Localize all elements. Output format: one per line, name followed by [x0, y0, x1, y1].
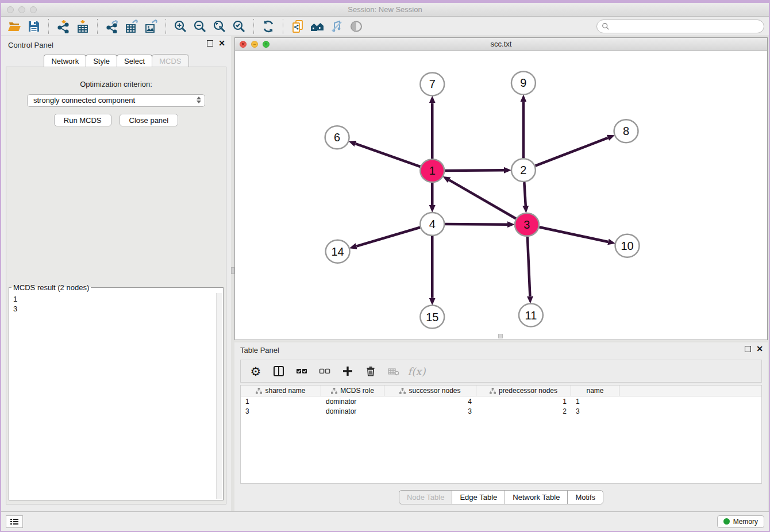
- run-mcds-button[interactable]: Run MCDS: [54, 114, 111, 126]
- float-panel-icon[interactable]: [207, 40, 213, 47]
- open-session-button[interactable]: [6, 18, 23, 34]
- tab-node-table[interactable]: Node Table: [399, 490, 453, 504]
- network-graph[interactable]: 7968124314101511: [235, 51, 767, 340]
- eye-button[interactable]: [348, 18, 365, 34]
- graph-edge[interactable]: [528, 237, 530, 296]
- export-network-button[interactable]: [103, 18, 121, 34]
- tab-motifs[interactable]: Motifs: [567, 490, 603, 504]
- function-builder-button[interactable]: f(x): [410, 364, 424, 378]
- show-columns-button[interactable]: [272, 364, 286, 378]
- graph-edge[interactable]: [356, 228, 420, 246]
- result-scrollbar[interactable]: [216, 293, 222, 499]
- delete-table-button[interactable]: [387, 364, 401, 378]
- graph-edge[interactable]: [356, 144, 421, 167]
- network-canvas[interactable]: 7968124314101511: [235, 51, 767, 340]
- zoom-window-button[interactable]: [30, 6, 37, 13]
- save-session-button[interactable]: [25, 18, 43, 34]
- close-view-button[interactable]: ✕: [240, 41, 247, 48]
- deselect-all-icon: [319, 365, 330, 377]
- cell-shared-name[interactable]: 3: [241, 407, 321, 415]
- cell-name[interactable]: 1: [571, 398, 619, 406]
- control-panel-title: Control Panel: [8, 41, 53, 49]
- minimize-window-button[interactable]: [18, 6, 25, 13]
- graph-edge[interactable]: [445, 224, 507, 225]
- hide-annotations-button[interactable]: [328, 18, 345, 34]
- cell-successor-nodes[interactable]: 4: [384, 398, 476, 406]
- task-history-button[interactable]: [6, 515, 23, 528]
- home-icon: [310, 20, 324, 33]
- graph-node-label: 11: [525, 309, 537, 322]
- zoom-fit-button[interactable]: [211, 18, 228, 34]
- table-toolbar: ⚙ f(x): [240, 360, 762, 383]
- graph-edge[interactable]: [539, 227, 608, 242]
- zoom-out-button[interactable]: [191, 18, 209, 34]
- cell-mcds-role[interactable]: dominator: [321, 407, 384, 415]
- maximize-view-button[interactable]: +: [263, 41, 270, 48]
- cell-predecessor-nodes[interactable]: 2: [476, 407, 571, 415]
- close-panel-button[interactable]: Close panel: [120, 114, 179, 126]
- tab-network[interactable]: Network: [44, 55, 86, 67]
- network-window-titlebar: ✕ − + scc.txt: [235, 38, 767, 51]
- column-header-name[interactable]: name: [571, 385, 619, 396]
- deselect-all-button[interactable]: [318, 364, 332, 378]
- tab-edge-table[interactable]: Edge Table: [452, 490, 505, 504]
- close-panel-icon[interactable]: ✕: [218, 40, 225, 47]
- save-icon: [27, 20, 41, 33]
- cell-name[interactable]: 3: [571, 407, 619, 415]
- cell-successor-nodes[interactable]: 3: [384, 407, 476, 415]
- criterion-value: strongly connected component: [33, 96, 135, 105]
- export-network-icon: [105, 20, 119, 33]
- add-column-button[interactable]: [341, 364, 355, 378]
- import-network-button[interactable]: [55, 18, 72, 34]
- table-settings-button[interactable]: ⚙: [249, 364, 263, 378]
- import-table-button[interactable]: [74, 18, 91, 34]
- tab-style[interactable]: Style: [86, 55, 117, 67]
- column-header-predecessor-nodes[interactable]: predecessor nodes: [476, 385, 571, 396]
- tab-network-table[interactable]: Network Table: [505, 490, 568, 504]
- copy-network-icon: [291, 20, 305, 33]
- cell-mcds-role[interactable]: dominator: [321, 398, 384, 406]
- column-header-successor-nodes[interactable]: successor nodes: [384, 385, 476, 396]
- minimize-view-button[interactable]: −: [251, 41, 258, 48]
- delete-button[interactable]: [364, 364, 378, 378]
- cell-shared-name[interactable]: 1: [241, 398, 321, 406]
- table-row[interactable]: 1 dominator 4 1 1: [241, 396, 761, 406]
- criterion-select[interactable]: strongly connected component: [27, 94, 205, 107]
- zoom-in-button[interactable]: [172, 18, 189, 34]
- float-table-panel-icon[interactable]: [745, 346, 751, 352]
- main-area: Control Panel ✕ Network Style Select MCD…: [1, 36, 769, 511]
- cell-predecessor-nodes[interactable]: 1: [476, 398, 571, 406]
- toolbar-separator: [283, 19, 283, 34]
- graph-edge[interactable]: [449, 180, 516, 218]
- canvas-splitter-handle-icon[interactable]: [498, 334, 503, 338]
- column-header-mcds-role[interactable]: MCDS role: [321, 385, 384, 396]
- tab-select[interactable]: Select: [117, 55, 152, 67]
- zoom-selected-icon: [232, 20, 246, 33]
- search-input[interactable]: [613, 22, 759, 30]
- mcds-result-text[interactable]: 1 3: [10, 293, 215, 499]
- import-table-icon: [76, 20, 90, 33]
- graph-edge[interactable]: [445, 170, 504, 171]
- hide-annotations-icon: [330, 20, 344, 33]
- refresh-button[interactable]: [260, 18, 277, 34]
- plus-icon: [342, 365, 353, 377]
- export-table-button[interactable]: [123, 18, 140, 34]
- zoom-selected-button[interactable]: [230, 18, 248, 34]
- select-all-button[interactable]: [295, 364, 309, 378]
- memory-button[interactable]: Memory: [717, 515, 764, 528]
- refresh-icon: [261, 20, 275, 33]
- graph-node-label: 3: [523, 218, 530, 231]
- graph-edge[interactable]: [535, 138, 607, 166]
- close-window-button[interactable]: [7, 6, 14, 13]
- tab-mcds[interactable]: MCDS: [152, 54, 188, 67]
- graph-edge[interactable]: [524, 182, 525, 206]
- mcds-result-group: MCDS result (2 nodes) 1 3: [9, 283, 224, 500]
- column-header-shared-name[interactable]: shared name: [241, 385, 321, 396]
- table-row[interactable]: 3 dominator 3 2 3: [241, 406, 761, 416]
- home-button[interactable]: [309, 18, 326, 34]
- network-view-window: ✕ − + scc.txt 7968124314101511: [234, 37, 768, 340]
- close-table-panel-icon[interactable]: ✕: [756, 346, 763, 352]
- table-panel: Table Panel ✕ ⚙: [234, 342, 768, 511]
- copy-network-button[interactable]: [289, 18, 306, 34]
- export-image-button[interactable]: [143, 18, 160, 34]
